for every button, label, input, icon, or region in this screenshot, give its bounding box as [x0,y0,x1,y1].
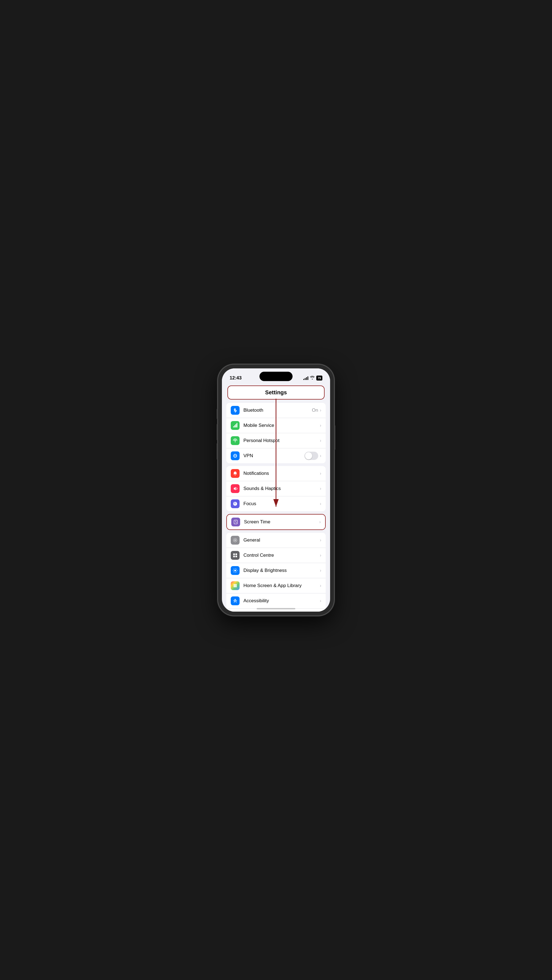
home-indicator [257,608,295,609]
controlcentre-label: Control Centre [243,553,320,558]
svg-point-19 [235,586,236,587]
vpn-chevron: › [320,453,321,458]
focus-row[interactable]: Focus › [226,496,326,511]
signal-icon [303,376,308,380]
screentime-row[interactable]: Screen Time › [227,515,325,530]
status-bar: 12:43 79 [222,368,330,383]
focus-chevron: › [320,501,321,506]
sounds-label: Sounds & Haptics [243,486,320,492]
screentime-chevron: › [319,520,321,525]
svg-point-17 [236,585,237,586]
vpn-toggle-thumb [305,452,312,460]
homescreen-icon [231,581,239,590]
homescreen-row[interactable]: Home Screen & App Library › [226,578,326,593]
svg-point-14 [236,584,237,585]
notifications-label: Notifications [243,471,320,476]
volume-down-button [217,443,218,460]
svg-point-12 [233,584,235,585]
controlcentre-chevron: › [320,553,321,558]
mute-button [217,409,218,419]
screentime-section-highlighted: Screen Time › [226,514,326,530]
homescreen-chevron: › [320,583,321,588]
display-brightness-chevron: › [320,568,321,573]
sounds-row[interactable]: Sounds & Haptics › [226,481,326,496]
vpn-label: VPN [243,453,305,458]
svg-point-20 [236,586,237,587]
general-icon [231,536,239,545]
status-icons: 79 [303,375,322,380]
bluetooth-row[interactable]: Bluetooth On › [226,403,326,418]
bluetooth-value: On [312,407,318,413]
notifications-row[interactable]: Notifications › [226,466,326,481]
notifications-icon [231,469,239,478]
general-label: General [243,538,320,543]
screentime-icon [231,517,240,527]
vpn-row[interactable]: VPN › [226,449,326,463]
notifications-section: Notifications › Sounds & Haptics › [226,466,326,511]
battery-icon: 79 [316,375,322,380]
mobile-service-icon [231,421,239,430]
svg-point-15 [233,585,235,586]
bluetooth-label: Bluetooth [243,407,312,413]
status-time: 12:43 [230,375,241,381]
settings-title-highlighted: Settings [227,385,325,399]
svg-point-13 [235,584,236,585]
vpn-icon [231,452,239,460]
hotspot-row[interactable]: Personal Hotspot › [226,433,326,449]
settings-header: Settings [222,383,330,403]
general-row[interactable]: General › [226,533,326,548]
svg-point-21 [235,599,236,600]
focus-icon [231,500,239,508]
svg-point-16 [235,585,236,586]
display-section: General › Control Centre › [226,533,326,612]
hotspot-label: Personal Hotspot [243,438,320,444]
notifications-chevron: › [320,471,321,476]
controlcentre-row[interactable]: Control Centre › [226,548,326,563]
accessibility-label: Accessibility [243,598,320,604]
hotspot-icon [231,436,239,445]
controlcentre-icon [231,551,239,560]
display-brightness-label: Display & Brightness [243,568,320,573]
accessibility-icon [231,597,239,605]
svg-marker-3 [234,487,236,490]
svg-point-6 [235,539,236,541]
hotspot-chevron: › [320,438,321,443]
power-button [334,425,335,450]
display-brightness-icon [231,566,239,575]
screentime-label: Screen Time [244,519,319,525]
phone-frame: 12:43 79 [218,364,334,616]
homescreen-label: Home Screen & App Library [243,583,320,589]
dynamic-island [260,372,292,381]
svg-point-18 [233,586,235,587]
settings-scroll[interactable]: Settings Bluetooth On › [222,383,330,612]
svg-point-11 [235,570,236,571]
bluetooth-icon [231,406,239,415]
accessibility-chevron: › [320,598,321,603]
svg-rect-9 [233,556,235,557]
connectivity-section: Bluetooth On › Mobile Service › [226,403,326,463]
wifi-icon [310,376,314,380]
vpn-toggle[interactable] [305,452,318,460]
general-chevron: › [320,538,321,542]
svg-rect-10 [235,556,237,557]
svg-point-4 [235,504,235,505]
display-brightness-row[interactable]: Display & Brightness › [226,563,326,578]
mobile-service-row[interactable]: Mobile Service › [226,418,326,433]
mobile-service-label: Mobile Service [243,423,320,428]
svg-rect-8 [235,554,237,555]
bluetooth-chevron: › [320,408,321,413]
page-title: Settings [265,389,287,395]
focus-label: Focus [243,501,320,506]
phone-screen: 12:43 79 [222,368,330,612]
sounds-chevron: › [320,486,321,491]
mobile-service-chevron: › [320,423,321,428]
sounds-icon [231,484,239,493]
accessibility-row[interactable]: Accessibility › [226,593,326,609]
svg-rect-7 [233,554,235,555]
volume-up-button [217,424,218,441]
